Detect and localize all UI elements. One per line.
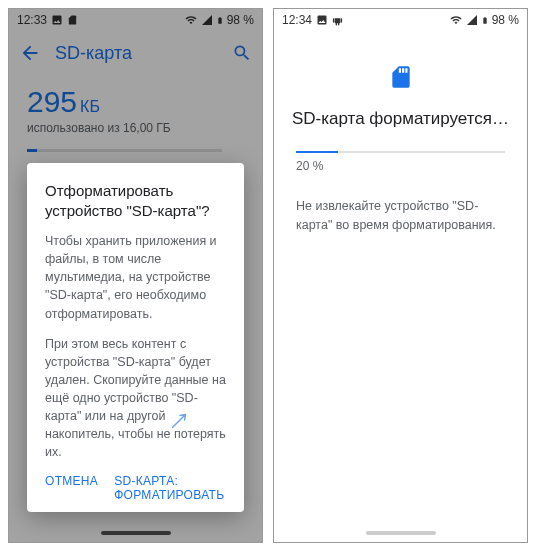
battery-percent: 98 % bbox=[492, 13, 519, 27]
status-left-cluster: 12:34 bbox=[282, 13, 343, 27]
cancel-button[interactable]: ОТМЕНА bbox=[45, 474, 98, 502]
nav-pill[interactable] bbox=[366, 531, 436, 535]
navbar bbox=[274, 524, 527, 542]
sd-card-icon bbox=[274, 61, 527, 93]
phone-right: 12:34 98 % SD-карта форматируется… 20 % … bbox=[273, 8, 528, 543]
battery-icon bbox=[481, 14, 489, 27]
status-right-cluster: 98 % bbox=[449, 13, 519, 27]
formatting-title: SD-карта форматируется… bbox=[274, 109, 527, 129]
dialog-actions: ОТМЕНА SD-КАРТА: ФОРМАТИРОВАТЬ bbox=[45, 474, 226, 502]
dialog-title: Отформатировать устройство "SD-карта"? bbox=[45, 181, 226, 220]
phone-left: 12:33 98 % SD-карта 295КБ использовано и… bbox=[8, 8, 263, 543]
android-icon bbox=[332, 14, 343, 26]
format-dialog: Отформатировать устройство "SD-карта"? Ч… bbox=[27, 163, 244, 512]
signal-icon bbox=[466, 14, 478, 26]
format-button[interactable]: SD-КАРТА: ФОРМАТИРОВАТЬ bbox=[114, 474, 226, 502]
dialog-paragraph-1: Чтобы хранить приложения и файлы, в том … bbox=[45, 232, 226, 323]
progress-bar bbox=[296, 151, 505, 153]
dialog-paragraph-2: При этом весь контент с устройства "SD-к… bbox=[45, 335, 226, 462]
progress-percent: 20 % bbox=[296, 159, 527, 173]
progress-fill bbox=[296, 151, 338, 153]
cursor-arrow-icon bbox=[169, 409, 191, 431]
status-time: 12:34 bbox=[282, 13, 312, 27]
wifi-icon bbox=[449, 14, 463, 26]
dialog-body: Чтобы хранить приложения и файлы, в том … bbox=[45, 232, 226, 462]
image-icon bbox=[316, 14, 328, 26]
warning-text: Не извлекайте устройство "SD-карта" во в… bbox=[296, 197, 505, 235]
status-bar-right: 12:34 98 % bbox=[274, 9, 527, 31]
